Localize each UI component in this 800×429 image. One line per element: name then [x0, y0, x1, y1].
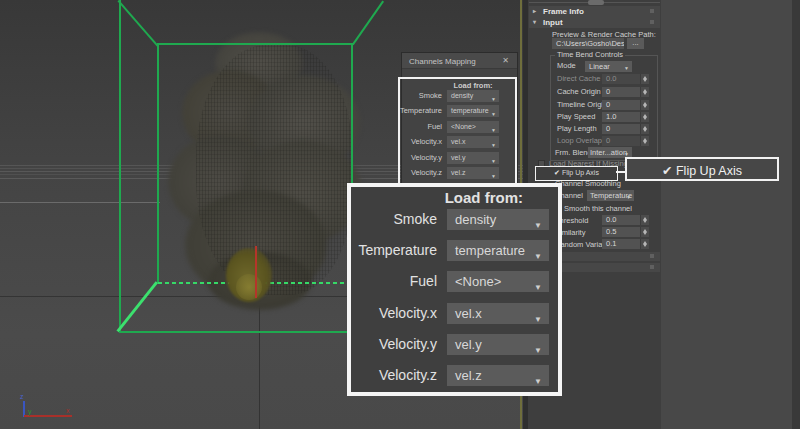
row-label: Smoke [350, 209, 437, 230]
spinner-arrows-icon[interactable] [640, 74, 649, 84]
velocity-x-dropdown-zoom[interactable]: vel.x▼ [447, 303, 549, 324]
dropdown-arrow-icon: ▼ [491, 155, 496, 167]
spinner-arrows-icon[interactable] [640, 215, 649, 225]
smooth-channel-label: Smooth this channel [564, 204, 632, 214]
threshold-spinner[interactable]: 0.0 [602, 215, 649, 225]
dropdown-arrow-icon: ▼ [534, 340, 542, 361]
mode-value: Linear [589, 62, 610, 71]
velocity-x-dropdown[interactable]: vel.x▼ [447, 136, 499, 148]
spinner-label: Play Speed [557, 112, 595, 122]
fuel-channel-dropdown-zoom[interactable]: <None>▼ [447, 271, 549, 292]
check-icon: ✔ [662, 164, 672, 178]
close-icon[interactable]: ✕ [502, 56, 509, 65]
screen-right-edge [792, 0, 800, 429]
random-variation-spinner[interactable]: 0.1 [602, 239, 649, 249]
application-window: z y x ▸ Frame Info ▾ Input Preview & Ren… [0, 0, 800, 429]
emitter-red-line [255, 246, 257, 298]
dropdown-value: density [451, 92, 473, 99]
spinner-value: 0 [606, 124, 610, 133]
row-label: Velocity.y [350, 334, 437, 355]
spinner-arrows-icon[interactable] [640, 124, 649, 134]
spinner-arrows-icon[interactable] [640, 227, 649, 237]
spinner-value: 0 [606, 87, 610, 96]
dropdown-arrow-icon: ▼ [534, 215, 542, 236]
flip-up-axis-callout-label: Flip Up Axis [676, 164, 742, 178]
spinner-arrows-icon[interactable] [640, 112, 649, 122]
mode-dropdown[interactable]: Linear ▼ [585, 61, 632, 72]
smoke-channel-dropdown[interactable]: density▼ [447, 90, 499, 102]
row-label: Temperature [350, 240, 437, 261]
box-edge [157, 44, 159, 284]
box-edge [119, 331, 359, 333]
box-edge [157, 43, 354, 45]
spinner-value: 0.0 [606, 215, 616, 224]
rollout-pin-icon [650, 9, 654, 13]
flip-up-axis-label: Flip Up Axis [562, 169, 599, 176]
dropdown-arrow-icon: ▼ [491, 93, 496, 105]
cache-origin-spinner[interactable]: 0 [602, 87, 649, 97]
velocity-z-dropdown[interactable]: vel.z▼ [447, 167, 499, 179]
spinner-value: 0 [606, 100, 610, 109]
spinner-label: Play Length [557, 124, 597, 134]
fuel-channel-dropdown[interactable]: <None>▼ [447, 121, 499, 133]
dialog-title-bar[interactable]: Channels Mapping ✕ [402, 53, 517, 69]
dropdown-arrow-icon: ▼ [491, 139, 496, 151]
dropdown-arrow-icon: ▼ [491, 124, 496, 136]
channel-dropdown[interactable]: Temperature ▼ [587, 190, 634, 201]
dropdown-value: vel.x [451, 138, 465, 145]
timeline-origin-spinner[interactable]: 0 [602, 100, 649, 110]
x-axis-line [24, 415, 72, 417]
rollout-header-frame-info[interactable]: ▸ Frame Info [529, 6, 660, 17]
velocity-y-dropdown-zoom[interactable]: vel.y▼ [447, 334, 549, 355]
dropdown-value: <None> [455, 274, 501, 289]
direct-cache-index-spinner[interactable]: 0.0 [602, 74, 649, 84]
panel-scroll-handle[interactable] [588, 0, 604, 5]
dropdown-arrow-icon: ▼ [491, 170, 496, 182]
dropdown-arrow-icon: ▼ [534, 246, 542, 267]
smoke-channel-dropdown-zoom[interactable]: density▼ [447, 209, 549, 230]
spinner-arrows-icon[interactable] [640, 100, 649, 110]
mode-label: Mode [557, 61, 576, 71]
rollout-collapsed-icon: ▸ [533, 6, 536, 17]
dropdown-arrow-icon: ▼ [534, 277, 542, 298]
cache-path-field[interactable]: C:\Users\Gosho\Desktop\ [552, 38, 624, 49]
row-label: Velocity.z [350, 365, 437, 386]
rollout-label: Frame Info [543, 6, 584, 17]
spinner-arrows-icon[interactable] [640, 87, 649, 97]
dropdown-value: vel.z [455, 368, 482, 383]
play-length-spinner[interactable]: 0 [602, 124, 649, 134]
spinner-label: Timeline Origin [557, 100, 607, 110]
spinner-arrows-icon[interactable] [640, 136, 649, 146]
spinner-value: 1.0 [606, 112, 616, 121]
similarity-spinner[interactable]: 0.5 [602, 227, 649, 237]
spinner-arrows-icon[interactable] [640, 239, 649, 249]
dropdown-arrow-icon: ▼ [534, 371, 542, 392]
temperature-channel-dropdown[interactable]: temperature▼ [447, 105, 499, 117]
dropdown-value: vel.x [455, 306, 482, 321]
channel-smoothing-label: Channel Smoothing [553, 180, 623, 188]
fire-core [236, 274, 262, 300]
rollout-pin-icon [650, 265, 654, 269]
row-label: Velocity.x [350, 303, 437, 324]
spinner-label: Loop Overlap [557, 136, 602, 146]
spinner-value: 0.1 [606, 239, 616, 248]
row-label: Smoke [398, 90, 442, 102]
frm-blend-value: Inter...ation [590, 148, 627, 157]
temperature-channel-dropdown-zoom[interactable]: temperature▼ [447, 240, 549, 261]
rollout-header-input[interactable]: ▾ Input [529, 17, 660, 28]
dropdown-arrow-icon: ▼ [534, 309, 542, 330]
dropdown-value: vel.y [455, 337, 482, 352]
row-label: Velocity.z [398, 167, 442, 179]
rollout-pin-icon [650, 20, 654, 24]
spinner-label: Cache Origin [557, 87, 601, 97]
velocity-y-dropdown[interactable]: vel.y▼ [447, 152, 499, 164]
velocity-z-dropdown-zoom[interactable]: vel.z▼ [447, 365, 549, 386]
dropdown-value: vel.y [451, 154, 465, 161]
play-speed-spinner[interactable]: 1.0 [602, 112, 649, 122]
dropdown-value: temperature [451, 107, 489, 114]
row-label: Fuel [350, 271, 437, 292]
row-label: Velocity.x [398, 136, 442, 148]
flip-up-axis-checkbox[interactable]: ✔ Flip Up Axis [535, 166, 618, 181]
loop-overlap-spinner[interactable]: 0 [602, 136, 649, 146]
browse-button[interactable]: ... [627, 38, 644, 49]
